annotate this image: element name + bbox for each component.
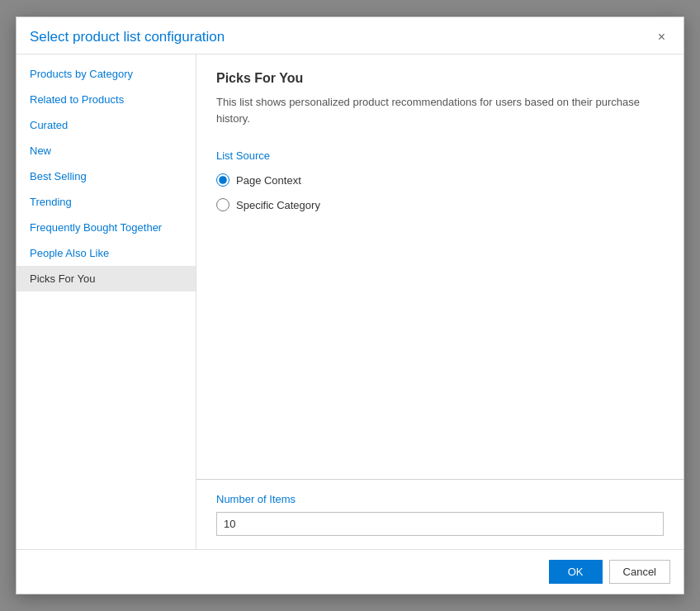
- radio-group: Page Context Specific Category: [216, 173, 664, 211]
- sidebar-item-trending[interactable]: Trending: [17, 189, 196, 215]
- number-of-items-input[interactable]: [216, 512, 664, 536]
- main-description: This list shows personalized product rec…: [216, 94, 664, 126]
- radio-page-context[interactable]: Page Context: [216, 173, 664, 187]
- sidebar-item-picks-for-you[interactable]: Picks For You: [17, 266, 196, 291]
- sidebar-item-people-also-like[interactable]: People Also Like: [17, 240, 196, 266]
- main-title: Picks For You: [216, 71, 664, 86]
- radio-input-page-context[interactable]: [216, 173, 229, 187]
- dialog-body: Products by CategoryRelated to ProductsC…: [17, 54, 683, 549]
- main-top: Picks For You This list shows personaliz…: [196, 54, 683, 479]
- cancel-button[interactable]: Cancel: [609, 560, 670, 584]
- main-content: Picks For You This list shows personaliz…: [196, 54, 683, 549]
- radio-label-page-context: Page Context: [236, 174, 301, 187]
- radio-input-specific-category[interactable]: [216, 198, 229, 211]
- sidebar: Products by CategoryRelated to ProductsC…: [17, 54, 196, 549]
- dialog: Select product list configuration × Prod…: [16, 17, 684, 594]
- number-of-items-label: Number of Items: [216, 493, 664, 505]
- sidebar-item-frequently-bought-together[interactable]: Frequently Bought Together: [17, 215, 196, 240]
- dialog-footer: OK Cancel: [17, 549, 683, 594]
- sidebar-item-related-to-products[interactable]: Related to Products: [17, 87, 196, 112]
- sidebar-item-products-by-category[interactable]: Products by Category: [17, 61, 196, 87]
- ok-button[interactable]: OK: [549, 560, 603, 584]
- sidebar-item-new[interactable]: New: [17, 138, 196, 163]
- dialog-title: Select product list configuration: [30, 29, 225, 45]
- sidebar-item-curated[interactable]: Curated: [17, 112, 196, 138]
- main-bottom: Number of Items: [196, 479, 683, 549]
- radio-specific-category[interactable]: Specific Category: [216, 198, 664, 211]
- list-source-label: List Source: [216, 149, 664, 162]
- title-bar: Select product list configuration ×: [17, 17, 683, 54]
- close-button[interactable]: ×: [653, 29, 670, 45]
- radio-label-specific-category: Specific Category: [236, 199, 320, 211]
- sidebar-item-best-selling[interactable]: Best Selling: [17, 163, 196, 189]
